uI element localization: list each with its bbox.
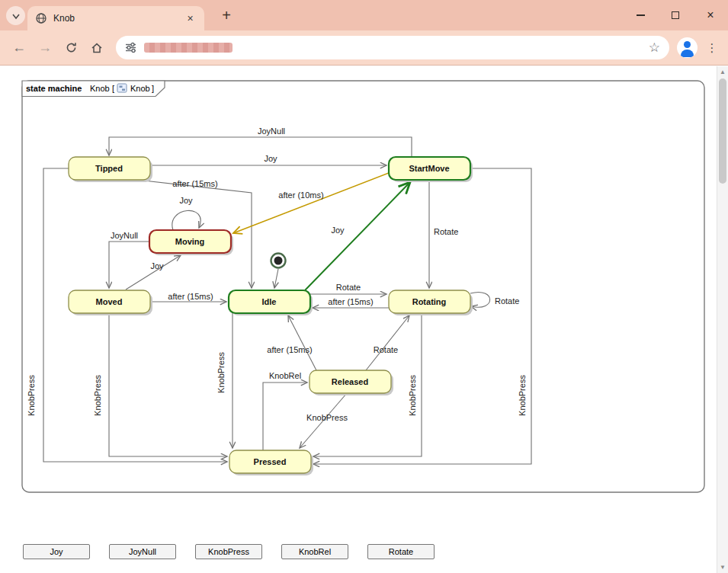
transition-label: KnobPress <box>518 375 527 416</box>
window-controls: × <box>623 0 728 30</box>
redacted-url <box>144 43 233 53</box>
state-tipped-label: Tipped <box>95 164 123 173</box>
chevron-down-icon <box>11 11 21 21</box>
frame-open-bracket: [ <box>112 84 114 93</box>
tab-search-button[interactable] <box>6 6 25 25</box>
forward-button[interactable]: → <box>32 35 58 61</box>
state-moving-label: Moving <box>175 237 205 246</box>
transition-label: Joy <box>264 154 277 163</box>
event-button-rotate[interactable]: Rotate <box>367 544 435 559</box>
frame-border <box>22 81 704 492</box>
transition-label: KnobPress <box>408 375 417 416</box>
transition-label: KnobPress <box>306 413 348 422</box>
transition-label: Rotate <box>434 227 458 236</box>
scroll-up-arrow-icon[interactable]: ▲ <box>717 66 728 78</box>
state-moved-label: Moved <box>96 297 123 306</box>
profile-avatar[interactable] <box>677 37 698 58</box>
state-rotating-label: Rotating <box>412 297 447 306</box>
page-content: state machine Knob [ Knob ] <box>0 66 728 573</box>
frame-type-label: state machine <box>26 84 82 93</box>
new-tab-button[interactable]: + <box>216 6 236 26</box>
back-button[interactable]: ← <box>6 35 32 61</box>
close-button[interactable]: × <box>693 0 728 30</box>
reload-button[interactable] <box>58 35 84 61</box>
transition-label: KnobPress <box>216 352 226 393</box>
home-button[interactable] <box>84 35 110 61</box>
transition-label: Joy <box>331 226 345 235</box>
state-released-label: Released <box>332 377 368 386</box>
address-bar[interactable]: ☆ <box>116 36 669 59</box>
maximize-icon <box>672 11 679 19</box>
maximize-button[interactable] <box>658 0 693 30</box>
frame-name: Knob <box>90 84 110 93</box>
state-machine-diagram: state machine Knob [ Knob ] <box>21 80 705 493</box>
transition-label: Joy <box>179 196 193 205</box>
home-icon <box>90 41 104 55</box>
transition-label: JoyNull <box>111 231 138 240</box>
tab-close-icon[interactable]: × <box>184 12 197 25</box>
transition-label: Rotate <box>336 283 361 292</box>
diagram-icon <box>117 84 127 92</box>
transition-label: Rotate <box>374 345 398 354</box>
transition-label: after (15ms) <box>328 297 373 306</box>
vertical-scrollbar[interactable]: ▲ ▼ <box>717 66 728 573</box>
transition-label: JoyNull <box>258 126 285 136</box>
person-icon <box>684 41 691 48</box>
minimize-icon <box>637 14 645 16</box>
transition-label: after (15ms) <box>267 345 312 354</box>
event-button-bar: Joy JoyNull KnobPress KnobRel Rotate <box>23 544 435 559</box>
bookmark-star-icon[interactable]: ☆ <box>649 40 660 56</box>
event-button-knobrel[interactable]: KnobRel <box>281 544 348 559</box>
state-startmove-label: StartMove <box>409 164 449 173</box>
menu-kebab-icon[interactable]: ⋮ <box>702 35 722 61</box>
transition-label: Joy <box>150 261 164 270</box>
site-settings-icon[interactable] <box>125 42 136 53</box>
scroll-down-arrow-icon[interactable]: ▼ <box>717 562 728 573</box>
transition-label: KnobPress <box>93 375 102 416</box>
browser-tab[interactable]: Knob × <box>27 6 204 30</box>
tab-strip: Knob × + × <box>0 0 728 30</box>
scrollbar-thumb[interactable] <box>719 78 726 184</box>
transition-label: after (15ms) <box>172 179 217 188</box>
browser-toolbar: ← → ☆ <box>0 30 728 66</box>
browser-window: Knob × + × ← → <box>0 0 728 573</box>
transition-label: KnobPress <box>27 375 36 416</box>
transition-label: after (10ms) <box>278 190 323 200</box>
reload-icon <box>65 41 78 54</box>
transition-label: KnobRel <box>269 371 301 380</box>
diagram-frame: state machine Knob [ Knob ] <box>21 80 705 493</box>
frame-diagram-ref: Knob <box>130 84 150 93</box>
transition-label: after (15ms) <box>168 292 213 301</box>
globe-icon <box>35 12 47 24</box>
state-idle-label: Idle <box>262 297 277 306</box>
frame-close-bracket: ] <box>152 84 154 93</box>
tab-title: Knob <box>53 13 75 24</box>
state-pressed-label: Pressed <box>254 457 287 466</box>
minimize-button[interactable] <box>623 0 658 30</box>
transition-label: Rotate <box>495 296 519 306</box>
event-button-knobpress[interactable]: KnobPress <box>195 544 262 559</box>
event-button-joynull[interactable]: JoyNull <box>109 544 176 559</box>
event-button-joy[interactable]: Joy <box>23 544 90 559</box>
